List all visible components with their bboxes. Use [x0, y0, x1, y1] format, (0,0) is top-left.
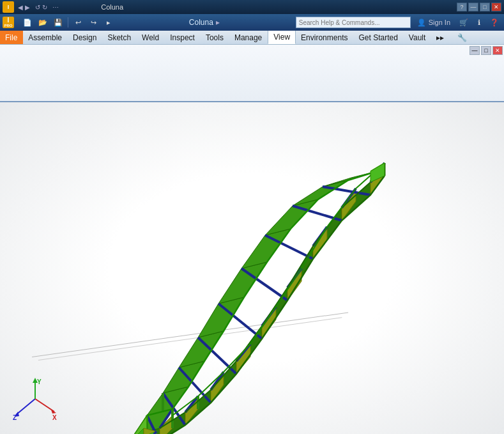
svg-line-70	[35, 399, 54, 412]
open-button[interactable]: 📂	[36, 16, 50, 29]
menu-get-started[interactable]: Get Started	[353, 31, 403, 44]
menu-environments[interactable]: Environments	[296, 31, 353, 44]
close-button[interactable]: ✕	[491, 3, 501, 12]
menu-bar: File Assemble Design Sketch Weld Inspect…	[0, 31, 504, 45]
svg-line-67	[16, 399, 35, 415]
truss-model	[96, 134, 454, 434]
axis-indicator: Z X Y	[13, 376, 57, 421]
menu-vault[interactable]: Vault	[404, 31, 431, 44]
svg-marker-71	[51, 410, 56, 414]
ribbon-close-btn[interactable]: ✕	[493, 46, 503, 55]
menu-file[interactable]: File	[0, 31, 23, 44]
menu-weld[interactable]: Weld	[137, 31, 165, 44]
minimize-button[interactable]: —	[468, 3, 478, 12]
sign-in-label[interactable]: Sign In	[429, 19, 450, 26]
menu-manage[interactable]: Manage	[229, 31, 268, 44]
title-bar: I ◀ ▶ ↺ ↻ ⋯ Coluna ? — □ ✕	[0, 0, 504, 14]
app-logo-qa: I PRO	[3, 17, 14, 28]
document-title: Coluna	[189, 18, 213, 27]
toolbar-title-area: Coluna ▸	[117, 18, 294, 27]
more-button[interactable]: ▸	[102, 16, 116, 29]
main-content: Z X Y	[0, 102, 504, 434]
menu-more[interactable]: ▸▸	[431, 31, 450, 44]
menu-assemble[interactable]: Assemble	[23, 31, 68, 44]
svg-text:X: X	[52, 414, 57, 421]
menu-customize[interactable]: 🔧	[452, 31, 473, 44]
maximize-button[interactable]: □	[480, 3, 490, 12]
svg-marker-17	[293, 180, 348, 206]
search-area	[296, 17, 411, 28]
toolbar-separator-1	[68, 17, 68, 27]
viewport-inner: Z X Y	[0, 102, 504, 434]
title-bar-left: I ◀ ▶ ↺ ↻ ⋯ Coluna	[3, 1, 123, 13]
viewport[interactable]: Z X Y	[0, 102, 504, 434]
new-button[interactable]: 📄	[20, 16, 34, 29]
ribbon-restore-btn[interactable]: □	[481, 46, 491, 55]
title-separator: ▸	[216, 18, 220, 27]
save-button[interactable]: 💾	[51, 16, 65, 29]
app-logo: I	[3, 1, 14, 13]
ribbon-minimize-btn[interactable]: —	[470, 46, 480, 55]
svg-marker-16	[265, 199, 318, 235]
svg-text:Y: Y	[37, 378, 42, 385]
ribbon-window-controls: — □ ✕	[468, 45, 504, 101]
svg-text:Z: Z	[13, 414, 17, 421]
menu-design[interactable]: Design	[68, 31, 102, 44]
toolbar-right-icons: 🛒 ℹ ❓	[457, 16, 501, 29]
cart-button[interactable]: 🛒	[457, 16, 471, 29]
help-button[interactable]: ?	[457, 3, 467, 12]
menu-sketch[interactable]: Sketch	[102, 31, 137, 44]
info-button[interactable]: ℹ	[472, 16, 486, 29]
undo-button[interactable]: ↩	[71, 16, 85, 29]
menu-inspect[interactable]: Inspect	[165, 31, 201, 44]
menu-tools[interactable]: Tools	[201, 31, 229, 44]
help-menu-button[interactable]: ❓	[487, 16, 501, 29]
search-input[interactable]	[296, 17, 411, 28]
quick-access-toolbar: I PRO 📄 📂 💾 ↩ ↪ ▸ Coluna ▸ 👤 Sign In 🛒 ℹ…	[0, 14, 504, 31]
menu-view[interactable]: View	[268, 31, 296, 44]
app-title: Coluna	[101, 3, 123, 11]
title-bar-controls: ? — □ ✕	[457, 3, 501, 12]
title-bar-quickaccess: ◀ ▶ ↺ ↻ ⋯	[18, 4, 59, 11]
redo-button[interactable]: ↪	[86, 16, 100, 29]
user-icon: 👤	[417, 19, 426, 27]
ribbon: — □ ✕	[0, 45, 504, 102]
sign-in-area: 👤 Sign In	[417, 19, 450, 27]
